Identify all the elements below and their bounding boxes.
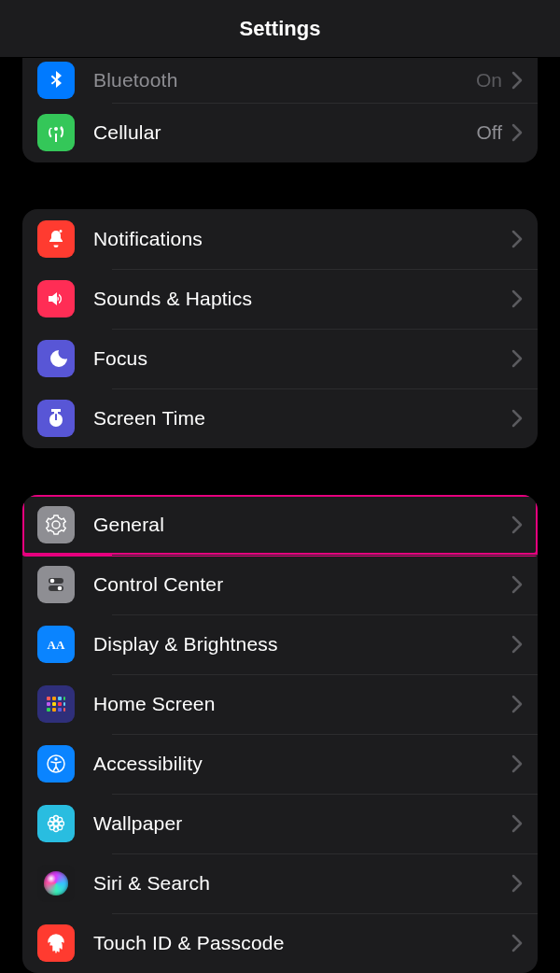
svg-rect-14	[52, 708, 56, 712]
row-display[interactable]: AA Display & Brightness	[22, 614, 538, 674]
row-homescreen[interactable]: Home Screen	[22, 674, 538, 734]
display-icon: AA	[37, 626, 75, 663]
svg-rect-13	[47, 708, 50, 712]
page-title: Settings	[240, 17, 321, 41]
svg-point-3	[58, 586, 63, 591]
siri-icon	[37, 865, 75, 902]
chevron-right-icon	[511, 349, 523, 368]
svg-rect-12	[63, 702, 65, 706]
row-sounds[interactable]: Sounds & Haptics	[22, 269, 538, 329]
row-controlcenter[interactable]: Control Center	[22, 555, 538, 614]
svg-rect-9	[47, 702, 50, 706]
svg-point-19	[54, 822, 59, 826]
svg-rect-7	[58, 697, 62, 700]
row-cellular[interactable]: Cellular Off	[22, 103, 538, 162]
row-siri[interactable]: Siri & Search	[22, 853, 538, 913]
chevron-right-icon	[511, 515, 523, 534]
svg-rect-5	[47, 697, 50, 700]
row-label: Display & Brightness	[93, 633, 511, 656]
group-alerts: Notifications Sounds & Haptics Focus	[22, 209, 538, 448]
row-notifications[interactable]: Notifications	[22, 209, 538, 269]
chevron-right-icon	[511, 409, 523, 428]
general-icon	[37, 506, 75, 543]
svg-rect-10	[52, 702, 56, 706]
svg-rect-11	[58, 702, 62, 706]
svg-rect-8	[63, 697, 65, 700]
settings-list: Bluetooth On Cellular Off Notifications	[0, 58, 560, 973]
group-general: General Control Center AA Display & Brig…	[22, 495, 538, 973]
svg-point-1	[50, 579, 55, 584]
controlcenter-icon	[37, 566, 75, 603]
chevron-right-icon	[511, 71, 523, 90]
row-label: Focus	[93, 347, 511, 370]
svg-point-18	[54, 757, 57, 760]
svg-rect-6	[52, 697, 56, 700]
chevron-right-icon	[511, 575, 523, 594]
row-label: Sounds & Haptics	[93, 288, 511, 310]
row-wallpaper[interactable]: Wallpaper	[22, 794, 538, 853]
screentime-icon	[37, 400, 75, 437]
homescreen-icon	[37, 685, 75, 723]
row-label: Accessibility	[93, 753, 511, 775]
cellular-icon	[37, 114, 75, 151]
row-bluetooth[interactable]: Bluetooth On	[22, 58, 538, 103]
row-screentime[interactable]: Screen Time	[22, 388, 538, 448]
row-value: On	[476, 69, 502, 92]
row-label: Cellular	[93, 121, 476, 144]
row-label: Control Center	[93, 573, 511, 596]
chevron-right-icon	[511, 754, 523, 773]
chevron-right-icon	[511, 695, 523, 713]
svg-rect-15	[58, 708, 62, 712]
focus-icon	[37, 340, 75, 377]
notifications-icon	[37, 220, 75, 258]
row-label: Siri & Search	[93, 872, 511, 895]
row-accessibility[interactable]: Accessibility	[22, 734, 538, 794]
bluetooth-icon	[37, 62, 75, 99]
row-focus[interactable]: Focus	[22, 329, 538, 388]
header-bar: Settings	[0, 0, 560, 58]
row-label: Notifications	[93, 228, 511, 250]
chevron-right-icon	[511, 814, 523, 833]
chevron-right-icon	[511, 123, 523, 142]
chevron-right-icon	[511, 934, 523, 952]
group-connectivity: Bluetooth On Cellular Off	[22, 58, 538, 162]
row-general[interactable]: General	[22, 495, 538, 555]
row-label: Bluetooth	[93, 69, 476, 92]
chevron-right-icon	[511, 289, 523, 308]
sounds-icon	[37, 280, 75, 317]
accessibility-icon	[37, 745, 75, 783]
row-label: Screen Time	[93, 407, 511, 430]
chevron-right-icon	[511, 635, 523, 654]
wallpaper-icon	[37, 805, 75, 842]
row-label: Wallpaper	[93, 812, 511, 835]
svg-text:AA: AA	[48, 638, 65, 652]
touchid-icon	[37, 924, 75, 962]
row-touchid[interactable]: Touch ID & Passcode	[22, 913, 538, 973]
chevron-right-icon	[511, 230, 523, 248]
row-label: Touch ID & Passcode	[93, 932, 511, 954]
row-label: General	[93, 514, 511, 536]
chevron-right-icon	[511, 874, 523, 893]
row-label: Home Screen	[93, 693, 511, 715]
row-value: Off	[476, 121, 502, 144]
svg-rect-16	[63, 708, 65, 712]
